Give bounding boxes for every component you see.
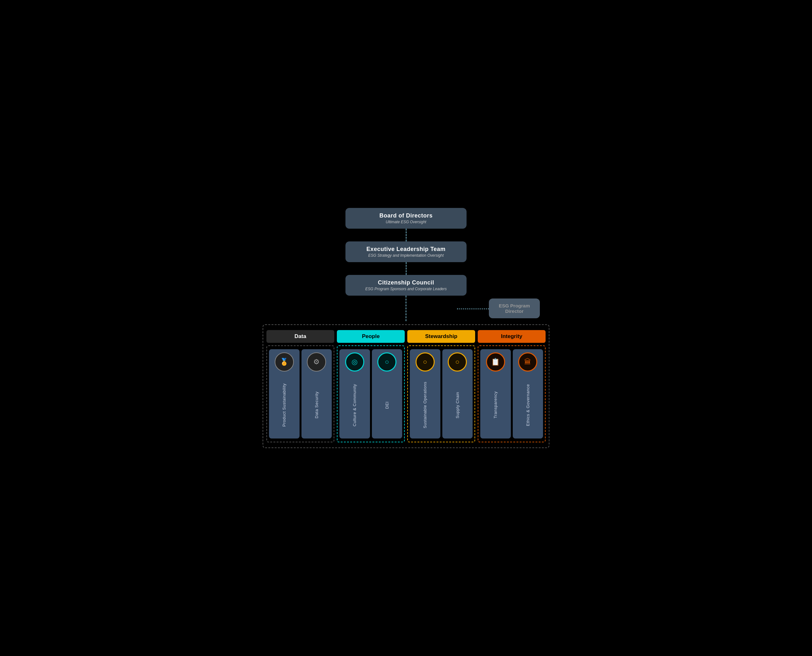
sub-card-icon-data: ⚙ [307, 353, 326, 371]
connector-2 [406, 262, 407, 275]
sub-card-icon-integrity: 📋 [486, 353, 505, 371]
sub-card-label: Culture & Community [352, 375, 357, 435]
category-inner-integrity: 📋Transparency🏛Ethics & Governance [478, 345, 546, 442]
executive-subtitle: ESG Strategy and Implementation Oversigh… [355, 253, 457, 258]
sub-card-label: Transparency [493, 375, 498, 435]
category-col-data: Data🏅Product Sustainability⚙Data Securit… [266, 330, 334, 442]
sub-card-icon-data: 🏅 [275, 353, 294, 371]
sub-card-data-security: ⚙Data Security [301, 349, 332, 438]
category-header-stewardship: Stewardship [407, 330, 475, 343]
sub-card-label: Data Security [314, 375, 319, 435]
category-inner-stewardship: ○Sustainable Operations○Supply Chain [407, 345, 475, 442]
council-subtitle: ESG Program Sponsors and Corporate Leade… [355, 287, 457, 291]
sub-card-label: DEI [384, 375, 389, 435]
sub-card-icon-stewardship: ○ [448, 353, 467, 371]
council-box: Citizenship Council ESG Program Sponsors… [346, 275, 466, 296]
diagram-container: Board of Directors Ultimate ESG Oversigh… [262, 208, 550, 448]
sub-card-icon-people: ○ [377, 353, 397, 371]
sub-card-label: Sustainable Operations [423, 375, 428, 435]
category-inner-data: 🏅Product Sustainability⚙Data Security [266, 345, 334, 442]
categories-row: Data🏅Product Sustainability⚙Data Securit… [266, 330, 546, 442]
category-header-data: Data [266, 330, 334, 343]
category-col-integrity: Integrity📋Transparency🏛Ethics & Governan… [478, 330, 546, 442]
sub-card-label: Supply Chain [455, 375, 460, 435]
sub-card-icon-people: ◎ [345, 353, 364, 371]
executive-box: Executive Leadership Team ESG Strategy a… [346, 241, 466, 262]
sub-card-sustainable-operations: ○Sustainable Operations [410, 349, 440, 438]
category-header-people: People [337, 330, 405, 343]
sub-card-dei: ○DEI [372, 349, 403, 438]
executive-title: Executive Leadership Team [355, 246, 457, 252]
sub-card-transparency: 📋Transparency [480, 349, 511, 438]
category-col-people: People◎Culture & Community○DEI [337, 330, 405, 442]
sub-card-icon-integrity: 🏛 [518, 353, 537, 371]
sub-card-icon-stewardship: ○ [415, 353, 435, 371]
category-col-stewardship: Stewardship○Sustainable Operations○Suppl… [407, 330, 475, 442]
sub-card-culture-and-community: ◎Culture & Community [340, 349, 370, 438]
council-title: Citizenship Council [355, 279, 457, 286]
esg-director-title: ESG Program Director [495, 303, 534, 314]
category-inner-people: ◎Culture & Community○DEI [337, 345, 405, 442]
board-title: Board of Directors [355, 212, 457, 219]
bottom-section: Data🏅Product Sustainability⚙Data Securit… [262, 324, 550, 448]
board-subtitle: Ultimate ESG Oversight [355, 220, 457, 224]
sub-card-ethics-and-governance: 🏛Ethics & Governance [513, 349, 543, 438]
category-header-integrity: Integrity [478, 330, 546, 343]
sub-card-label: Product Sustainability [282, 375, 287, 435]
sub-card-supply-chain: ○Supply Chain [442, 349, 473, 438]
sub-card-label: Ethics & Governance [525, 375, 530, 435]
board-box: Board of Directors Ultimate ESG Oversigh… [346, 208, 466, 229]
connector-1 [406, 229, 407, 241]
sub-card-product-sustainability: 🏅Product Sustainability [269, 349, 299, 438]
esg-director-box: ESG Program Director [489, 299, 540, 318]
